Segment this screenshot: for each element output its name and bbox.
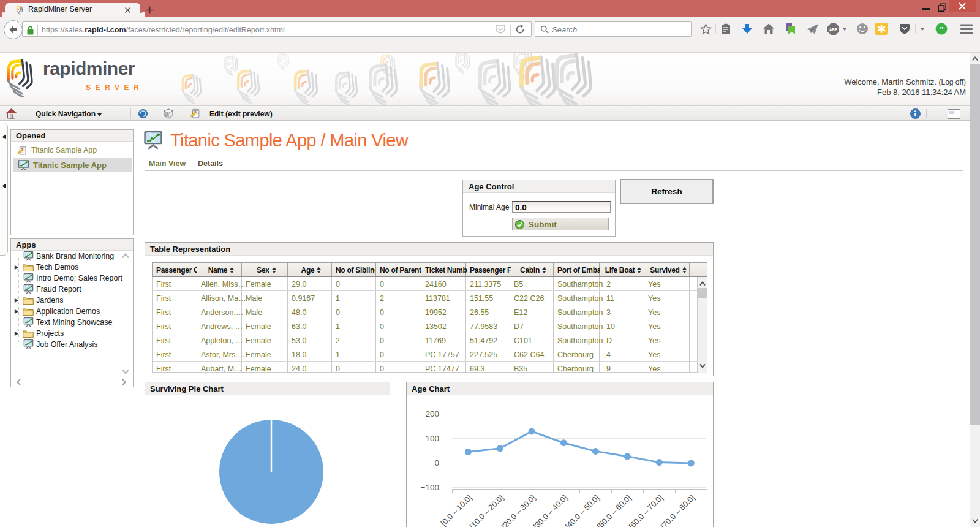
- svg-text:[20.0 – 30.0]: [20.0 – 30.0]: [499, 493, 537, 527]
- svg-text:[50.0 – 60.0]: [50.0 – 60.0]: [595, 493, 633, 527]
- svg-text:[30.0 – 40.0]: [30.0 – 40.0]: [531, 493, 569, 527]
- svg-text:”: ”: [940, 25, 944, 34]
- svg-text:[0.0 – 10.0]: [0.0 – 10.0]: [439, 493, 474, 527]
- svg-text:100: 100: [425, 434, 439, 443]
- svg-text:[70.0 – 80.0]: [70.0 – 80.0]: [658, 493, 696, 527]
- svg-text:ABP: ABP: [829, 28, 838, 32]
- svg-text:200: 200: [425, 409, 439, 419]
- svg-text:−100: −100: [421, 483, 439, 492]
- svg-text:0: 0: [434, 458, 439, 468]
- svg-text:[10.0 – 20.0]: [10.0 – 20.0]: [467, 493, 505, 527]
- svg-text:[60.0 – 70.0]: [60.0 – 70.0]: [627, 493, 665, 527]
- svg-text:[40.0 – 50.0]: [40.0 – 50.0]: [563, 493, 601, 527]
